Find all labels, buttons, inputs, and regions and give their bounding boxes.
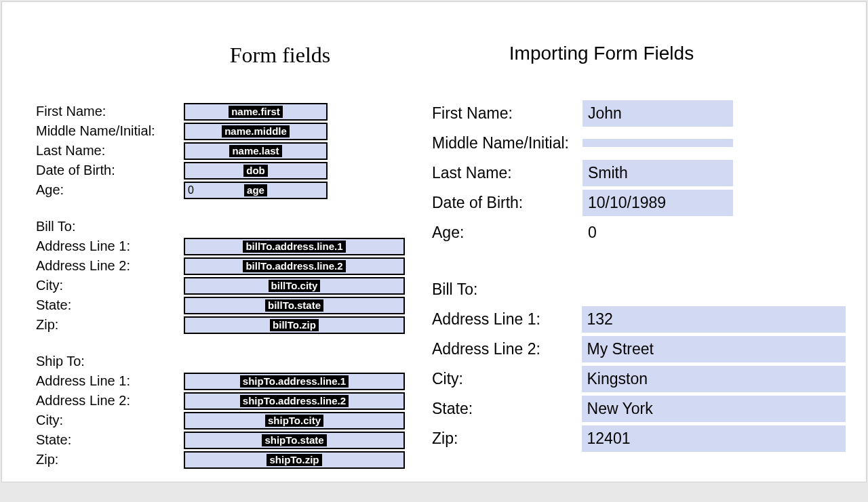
- billto-addr1-field[interactable]: billTo.address.line.1: [184, 238, 405, 255]
- dob-tag: dob: [243, 165, 268, 177]
- r-addr1-label: Address Line 1:: [432, 310, 582, 329]
- billto-zip-label: Zip:: [36, 317, 184, 333]
- r-age-value: 0: [583, 219, 602, 246]
- billto-section-row: Bill To:: [36, 217, 405, 236]
- r-state-value: New York: [582, 396, 846, 422]
- r-billto-section-label: Bill To:: [432, 280, 583, 299]
- billto-section-label: Bill To:: [36, 219, 184, 234]
- shipto-state-tag: shipTo.state: [262, 434, 326, 446]
- form-fields-panel: Form fields First Name: name.first Middl…: [29, 22, 405, 482]
- billto-addr2-tag: billTo.address.line.2: [243, 260, 345, 272]
- first-name-field[interactable]: name.first: [184, 103, 328, 121]
- shipto-zip-label: Zip:: [36, 452, 184, 467]
- importing-panel: Importing Form Fields First Name: John M…: [405, 22, 846, 482]
- middle-name-label: Middle Name/Initial:: [36, 123, 184, 139]
- r-city-row: City: Kingston: [432, 364, 846, 394]
- r-billto-section-row: Bill To:: [432, 274, 846, 304]
- shipto-addr1-label: Address Line 1:: [36, 373, 184, 389]
- billto-state-tag: billTo.state: [265, 299, 323, 312]
- shipto-addr2-tag: shipTo.address.line.2: [240, 395, 349, 407]
- r-first-name-label: First Name:: [432, 104, 583, 123]
- shipto-city-row: City: shipTo.city: [36, 411, 405, 430]
- r-middle-name-row: Middle Name/Initial:: [432, 128, 846, 158]
- r-middle-name-label: Middle Name/Initial:: [432, 134, 583, 152]
- billto-city-tag: billTo.city: [269, 280, 321, 292]
- form-fields-title: Form fields: [158, 43, 402, 68]
- r-state-row: State: New York: [432, 394, 846, 423]
- r-addr1-row: Address Line 1: 132: [432, 304, 846, 334]
- r-zip-value: 12401: [582, 425, 846, 452]
- shipto-addr2-label: Address Line 2:: [36, 393, 184, 409]
- billto-zip-row: Zip: billTo.zip: [36, 315, 405, 335]
- r-last-name-value: Smith: [583, 160, 733, 186]
- billto-addr1-row: Address Line 1: billTo.address.line.1: [36, 236, 405, 256]
- r-addr2-value: My Street: [582, 336, 846, 362]
- first-name-row: First Name: name.first: [36, 102, 405, 121]
- shipto-addr2-field[interactable]: shipTo.address.line.2: [184, 392, 405, 410]
- r-middle-name-value: [583, 139, 733, 147]
- r-first-name-value: John: [583, 100, 733, 127]
- r-zip-row: Zip: 12401: [432, 423, 846, 453]
- billto-addr1-tag: billTo.address.line.1: [243, 240, 345, 253]
- r-state-label: State:: [432, 400, 582, 418]
- r-dob-label: Date of Birth:: [432, 194, 583, 212]
- shipto-addr2-row: Address Line 2: shipTo.address.line.2: [36, 391, 405, 411]
- age-tag: age: [244, 184, 267, 196]
- billto-addr1-label: Address Line 1:: [36, 238, 184, 254]
- last-name-row: Last Name: name.last: [36, 141, 405, 161]
- last-name-label: Last Name:: [36, 143, 184, 159]
- last-name-field[interactable]: name.last: [184, 142, 328, 160]
- billto-zip-field[interactable]: billTo.zip: [184, 316, 405, 334]
- billto-state-label: State:: [36, 297, 184, 313]
- shipto-section-label: Ship To:: [36, 354, 184, 369]
- r-addr2-label: Address Line 2:: [432, 340, 582, 358]
- shipto-city-tag: shipTo.city: [265, 415, 323, 427]
- billto-city-row: City: billTo.city: [36, 276, 405, 295]
- r-city-value: Kingston: [582, 366, 846, 392]
- dob-label: Date of Birth:: [36, 163, 184, 178]
- shipto-addr1-tag: shipTo.address.line.1: [240, 375, 349, 388]
- shipto-section-row: Ship To:: [36, 352, 405, 371]
- billto-city-field[interactable]: billTo.city: [184, 277, 405, 295]
- r-first-name-row: First Name: John: [432, 98, 846, 128]
- shipto-state-row: State: shipTo.state: [36, 430, 405, 450]
- age-field[interactable]: 0 age: [184, 182, 328, 199]
- age-zero-value: 0: [188, 184, 194, 196]
- shipto-city-label: City:: [36, 413, 184, 428]
- r-last-name-row: Last Name: Smith: [432, 158, 846, 188]
- dob-row: Date of Birth: dob: [36, 161, 405, 180]
- r-age-row: Age: 0: [432, 217, 846, 247]
- dob-field[interactable]: dob: [184, 162, 328, 180]
- middle-name-row: Middle Name/Initial: name.middle: [36, 121, 405, 141]
- billto-state-field[interactable]: billTo.state: [184, 297, 405, 314]
- billto-addr2-label: Address Line 2:: [36, 258, 184, 274]
- r-dob-row: Date of Birth: 10/10/1989: [432, 188, 846, 217]
- billto-city-label: City:: [36, 278, 184, 293]
- billto-zip-tag: billTo.zip: [270, 319, 319, 331]
- shipto-addr1-row: Address Line 1: shipTo.address.line.1: [36, 371, 405, 391]
- r-dob-value: 10/10/1989: [583, 190, 733, 216]
- last-name-tag: name.last: [229, 145, 281, 157]
- r-zip-label: Zip:: [432, 430, 582, 448]
- shipto-city-field[interactable]: shipTo.city: [184, 412, 405, 430]
- shipto-addr1-field[interactable]: shipTo.address.line.1: [184, 373, 405, 390]
- r-addr1-value: 132: [582, 306, 846, 333]
- r-city-label: City:: [432, 370, 582, 388]
- importing-title: Importing Form Fields: [432, 43, 771, 64]
- r-age-label: Age:: [432, 224, 583, 242]
- billto-addr2-field[interactable]: billTo.address.line.2: [184, 257, 405, 275]
- shipto-state-field[interactable]: shipTo.state: [184, 432, 405, 449]
- age-row: Age: 0 age: [36, 180, 405, 200]
- middle-name-tag: name.middle: [222, 125, 290, 138]
- first-name-label: First Name:: [36, 104, 184, 119]
- billto-state-row: State: billTo.state: [36, 295, 405, 315]
- shipto-zip-row: Zip: shipTo.zip: [36, 450, 405, 469]
- r-addr2-row: Address Line 2: My Street: [432, 334, 846, 364]
- shipto-state-label: State:: [36, 432, 184, 448]
- middle-name-field[interactable]: name.middle: [184, 123, 328, 140]
- page-container: Form fields First Name: name.first Middl…: [1, 1, 867, 482]
- age-label: Age:: [36, 182, 184, 198]
- billto-addr2-row: Address Line 2: billTo.address.line.2: [36, 256, 405, 276]
- shipto-zip-field[interactable]: shipTo.zip: [184, 451, 405, 469]
- shipto-zip-tag: shipTo.zip: [267, 454, 321, 466]
